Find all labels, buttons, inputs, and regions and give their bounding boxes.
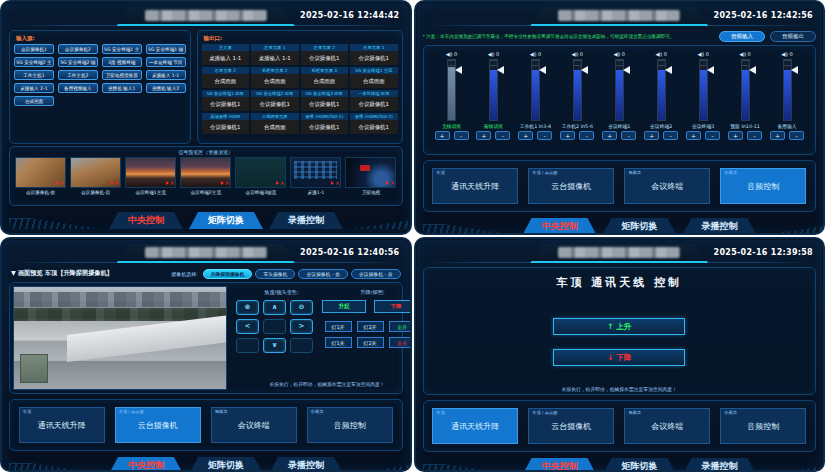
slider-handle[interactable]: [581, 66, 588, 74]
volume-down-button[interactable]: -: [495, 131, 510, 140]
nav-tab[interactable]: 中央控制: [523, 218, 597, 235]
output-cell[interactable]: 录播 (HDMI/SDI-2) 会议摄像机1: [350, 113, 398, 134]
slider-handle[interactable]: [707, 66, 714, 74]
output-cell[interactable]: 一体化终端 回显 会议摄像机1: [350, 90, 398, 111]
light-button[interactable]: 灯1开: [325, 321, 352, 332]
ptz-button[interactable]: ⊖: [290, 300, 313, 315]
volume-up-button[interactable]: +: [435, 131, 450, 140]
preview-thumbnail[interactable]: ✕ 会议摄像机-前: [15, 157, 66, 195]
input-source-button[interactable]: 桌播输入 2-1: [14, 83, 54, 93]
nav-tab[interactable]: 矩阵切换: [603, 218, 677, 235]
nav-tab[interactable]: 中央控制: [523, 458, 597, 472]
category-button[interactable]: 视频类 会议终端: [624, 168, 710, 204]
nav-tab[interactable]: 中央控制: [109, 457, 183, 472]
preview-thumbnail[interactable]: ✕ 会议终端2主流: [180, 157, 231, 195]
nav-tab[interactable]: 录播控制: [683, 458, 757, 472]
category-button[interactable]: 车顶 / 高点侧 云台摄像机: [115, 407, 201, 443]
ptz-button[interactable]: [290, 338, 313, 353]
audio-output-toggle[interactable]: 音频输出: [770, 31, 816, 42]
antenna-down-button[interactable]: ↓ 下降: [553, 349, 685, 366]
slider-handle[interactable]: [749, 66, 756, 74]
category-button[interactable]: 音频类 音频控制: [720, 168, 806, 204]
light-button[interactable]: 灯2关: [357, 337, 384, 348]
slider-handle[interactable]: [539, 66, 546, 74]
light-button[interactable]: 全开: [389, 321, 412, 332]
slider-handle[interactable]: [623, 66, 630, 74]
preview-thumbnail[interactable]: ✕ 会议终端3辅流: [235, 157, 286, 195]
volume-down-button[interactable]: -: [621, 131, 636, 140]
output-cell[interactable]: 主大屏 桌播输入 1-1: [202, 44, 250, 65]
category-button[interactable]: 音频类 音频控制: [307, 407, 393, 443]
volume-down-button[interactable]: -: [789, 131, 804, 140]
category-button[interactable]: 视频类 会议终端: [211, 407, 297, 443]
input-source-button[interactable]: 卫星电视接收器: [102, 70, 142, 80]
preview-thumbnail[interactable]: ✕ 桌播1-1: [290, 157, 341, 195]
volume-up-button[interactable]: +: [476, 131, 491, 140]
input-source-button[interactable]: 一体化终端 节目: [146, 57, 186, 67]
volume-up-button[interactable]: +: [686, 131, 701, 140]
volume-down-button[interactable]: -: [579, 131, 594, 140]
volume-up-button[interactable]: +: [644, 131, 659, 140]
input-source-button[interactable]: 便携机 输入2: [146, 83, 186, 93]
ptz-button[interactable]: ⊕: [236, 300, 259, 315]
light-button[interactable]: 灯1关: [325, 337, 352, 348]
input-source-button[interactable]: 工作主机2: [58, 70, 98, 80]
nav-tab[interactable]: 录播控制: [683, 218, 757, 235]
volume-slider[interactable]: [699, 59, 708, 121]
input-source-button[interactable]: 桌播输入 1-1: [146, 70, 186, 80]
volume-slider[interactable]: [447, 59, 456, 121]
ptz-button[interactable]: >: [290, 319, 313, 334]
output-cell[interactable]: 机柜显示屏 2 合成画面: [251, 67, 299, 88]
volume-slider[interactable]: [489, 59, 498, 121]
volume-down-button[interactable]: -: [537, 131, 552, 140]
volume-down-button[interactable]: -: [705, 131, 720, 140]
output-cell[interactable]: 工程师显示屏 合成画面: [251, 113, 299, 134]
input-source-button[interactable]: 5G 安全终端2 主: [14, 57, 54, 67]
volume-up-button[interactable]: +: [770, 131, 785, 140]
preview-thumbnail[interactable]: ✕ 卫星电视: [345, 157, 396, 195]
output-cell[interactable]: 机柜显示屏 3 合成画面: [301, 67, 349, 88]
nav-tab[interactable]: 矩阵切换: [189, 457, 263, 472]
volume-slider[interactable]: [573, 59, 582, 121]
light-button[interactable]: 全关: [389, 337, 412, 348]
input-source-button[interactable]: 3路 视频终端: [102, 57, 142, 67]
volume-up-button[interactable]: +: [602, 131, 617, 140]
preview-thumbnail[interactable]: ✕ 会议终端1主流: [125, 157, 176, 195]
input-source-button[interactable]: 备用视频输入: [58, 83, 98, 93]
output-cell[interactable]: 5G 安全终端1 回显 会议摄像机1: [202, 90, 250, 111]
output-cell[interactable]: 高清录播 HDMI 会议摄像机1: [202, 113, 250, 134]
volume-up-button[interactable]: +: [518, 131, 533, 140]
ptz-button[interactable]: ∧: [263, 300, 286, 315]
category-button[interactable]: 车顶 通讯天线升降: [19, 407, 105, 443]
camera-select-tab[interactable]: 升降探照摄像机: [203, 269, 253, 279]
output-cell[interactable]: 右显示屏 1 会议摄像机1: [350, 44, 398, 65]
volume-slider[interactable]: [741, 59, 750, 121]
volume-up-button[interactable]: +: [728, 131, 743, 140]
output-cell[interactable]: 5G 安全终端3 回显 会议摄像机1: [301, 90, 349, 111]
volume-slider[interactable]: [531, 59, 540, 121]
ptz-button[interactable]: ∨: [263, 338, 286, 353]
category-button[interactable]: 车顶 / 高点侧 云台摄像机: [528, 168, 614, 204]
lift-button[interactable]: 升起: [322, 300, 366, 313]
volume-down-button[interactable]: -: [747, 131, 762, 140]
slider-handle[interactable]: [497, 66, 504, 74]
preview-thumbnail[interactable]: ✕ 会议摄像机-后: [70, 157, 121, 195]
nav-tab[interactable]: 中央控制: [109, 212, 183, 229]
category-button[interactable]: 视频类 会议终端: [624, 408, 710, 444]
category-button[interactable]: 车顶 / 高点侧 云台摄像机: [528, 408, 614, 444]
volume-down-button[interactable]: -: [663, 131, 678, 140]
nav-tab[interactable]: 录播控制: [269, 457, 343, 472]
input-source-button[interactable]: 5G 安全终端2 辅: [58, 57, 98, 67]
camera-select-tab[interactable]: 会议摄像机 - 后: [351, 269, 401, 279]
input-source-button[interactable]: 便携机 输入1: [102, 83, 142, 93]
output-cell[interactable]: 左显示屏 2 会议摄像机1: [301, 44, 349, 65]
volume-down-button[interactable]: -: [454, 131, 469, 140]
input-source-button[interactable]: 会议摄像机2: [58, 44, 98, 54]
camera-select-tab[interactable]: 会议摄像机 - 前: [298, 269, 348, 279]
output-cell[interactable]: 左显示屏 1 桌播输入 1-1: [251, 44, 299, 65]
input-source-button[interactable]: 5G 安全终端1 主: [102, 44, 142, 54]
lift-button[interactable]: 下降: [374, 300, 412, 313]
output-cell[interactable]: 右显示屏 2 合成画面: [202, 67, 250, 88]
volume-slider[interactable]: [783, 59, 792, 121]
input-source-button[interactable]: 5G 安全终端1 辅: [146, 44, 186, 54]
